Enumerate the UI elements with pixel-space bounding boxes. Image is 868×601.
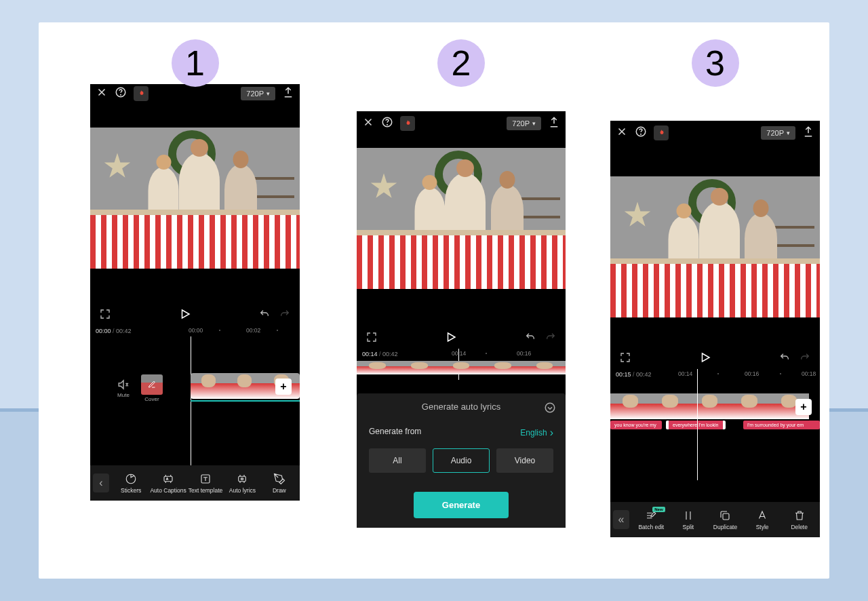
phone-screen-1: 720P — [90, 84, 300, 501]
topbar: 720P — [610, 121, 820, 145]
export-icon[interactable] — [802, 125, 814, 140]
help-icon[interactable] — [635, 125, 647, 140]
current-time: 00:14 — [362, 351, 378, 357]
timeline[interactable]: + you know you're my everywhere I'm look… — [610, 380, 820, 482]
bottom-toolbar: ‹ Stickers Auto Captions Text template A… — [90, 465, 300, 501]
tool-label: Auto lyrics — [229, 487, 256, 494]
collapse-icon[interactable] — [544, 402, 556, 414]
undo-icon[interactable] — [525, 332, 536, 345]
sheet-title: Generate auto lyrics — [357, 393, 566, 420]
language-select[interactable]: English — [520, 427, 553, 439]
svg-point-7 — [387, 124, 388, 125]
export-icon[interactable] — [548, 116, 560, 131]
flame-icon[interactable] — [400, 116, 415, 131]
total-time: 00:42 — [636, 371, 652, 378]
total-time: 00:42 — [382, 351, 398, 357]
clip-strip[interactable] — [357, 361, 566, 374]
clip-strip[interactable] — [610, 393, 809, 419]
phone-screen-3: 720P 00:15 — [610, 121, 820, 537]
options-row: All Audio Video — [357, 446, 566, 480]
resolution-select[interactable]: 720P — [507, 117, 541, 130]
add-clip-button[interactable]: + — [275, 379, 292, 395]
option-video[interactable]: Video — [496, 448, 553, 473]
mute-button[interactable]: Mute — [112, 379, 135, 398]
tool-label: Batch edit — [638, 524, 664, 530]
play-icon[interactable] — [445, 331, 457, 346]
step-badge-2: 2 — [437, 39, 485, 87]
video-preview[interactable] — [357, 148, 566, 289]
current-time: 00:15 — [616, 371, 631, 378]
fullscreen-icon[interactable] — [366, 332, 377, 345]
help-icon[interactable] — [115, 86, 127, 101]
tool-draw[interactable]: Draw — [262, 473, 297, 494]
timeline-header: 00:15 / 00:42 00:14 00:16 00:18 — [610, 369, 820, 380]
tool-batchedit[interactable]: New Batch edit — [633, 509, 669, 530]
flame-icon[interactable] — [654, 125, 669, 140]
fullscreen-icon[interactable] — [100, 309, 111, 322]
add-clip-button[interactable]: + — [795, 399, 812, 415]
step-2: 2 720P — [357, 39, 566, 528]
svg-rect-11 — [723, 513, 729, 520]
timeline[interactable]: Mute Cover + — [90, 336, 300, 472]
timeline-header: 00:00 / 00:42 00:00 00:02 — [90, 326, 300, 336]
tick-label: 00:18 — [802, 370, 816, 377]
flame-icon[interactable] — [134, 86, 149, 101]
export-icon[interactable] — [282, 86, 294, 101]
tool-label: Stickers — [121, 487, 141, 494]
lyric-chip-selected[interactable]: everywhere I'm lookin — [666, 421, 726, 429]
tool-label: Delete — [791, 524, 808, 530]
tool-delete[interactable]: Delete — [781, 509, 817, 530]
tool-stickers[interactable]: Stickers — [113, 473, 149, 494]
back-icon[interactable]: ‹ — [93, 473, 109, 492]
generate-button[interactable]: Generate — [414, 492, 509, 518]
tool-label: Auto Captions — [150, 487, 186, 494]
lyric-chip[interactable]: you know you're my — [610, 421, 662, 429]
tool-autocaptions[interactable]: Auto Captions — [150, 473, 186, 494]
tool-style[interactable]: Style — [745, 509, 781, 530]
phone-screen-2: 720P 00:14 — [357, 111, 566, 528]
tool-split[interactable]: Split — [671, 509, 707, 530]
video-preview[interactable] — [610, 176, 820, 317]
option-all[interactable]: All — [369, 448, 426, 473]
close-icon[interactable] — [96, 86, 108, 101]
from-label: Generate from — [369, 427, 421, 439]
video-preview[interactable] — [90, 128, 300, 269]
svg-rect-3 — [164, 476, 172, 482]
resolution-select[interactable]: 720P — [241, 87, 275, 100]
fullscreen-icon[interactable] — [620, 352, 631, 366]
undo-icon[interactable] — [259, 309, 270, 322]
undo-icon[interactable] — [779, 352, 790, 366]
close-icon[interactable] — [362, 116, 374, 131]
playbar — [357, 328, 566, 349]
tick-label: 00:14 — [678, 370, 692, 377]
tool-duplicate[interactable]: Duplicate — [707, 509, 743, 530]
resolution-label: 720P — [246, 90, 264, 98]
svg-point-10 — [641, 134, 642, 134]
current-time: 00:00 — [96, 328, 111, 334]
redo-icon — [545, 332, 556, 345]
resolution-select[interactable]: 720P — [761, 126, 795, 140]
tick-label: 00:00 — [189, 327, 203, 334]
tick-label: 00:16 — [517, 350, 531, 357]
playbar — [610, 349, 820, 369]
lyric-chip[interactable]: I'm surrounded by your em — [743, 421, 820, 429]
close-icon[interactable] — [616, 125, 628, 140]
back-icon[interactable]: « — [613, 510, 629, 529]
resolution-label: 720P — [766, 129, 784, 137]
tool-texttemplate[interactable]: Text template — [188, 473, 223, 494]
play-icon[interactable] — [699, 351, 711, 366]
topbar: 720P — [90, 84, 300, 103]
redo-icon — [279, 309, 290, 322]
play-icon[interactable] — [179, 308, 191, 323]
cover-button[interactable]: Cover — [140, 374, 163, 402]
mute-label: Mute — [117, 392, 130, 398]
option-audio[interactable]: Audio — [433, 448, 490, 473]
redo-icon — [800, 352, 810, 366]
tool-label: Text template — [189, 487, 223, 494]
playbar — [90, 305, 300, 326]
help-icon[interactable] — [381, 116, 393, 131]
tool-autolyrics[interactable]: Auto lyrics — [224, 473, 260, 494]
tool-label: Draw — [273, 487, 286, 494]
auto-lyrics-sheet: Generate auto lyrics Generate from Engli… — [357, 393, 566, 528]
card-container: 1 720P — [39, 22, 829, 579]
